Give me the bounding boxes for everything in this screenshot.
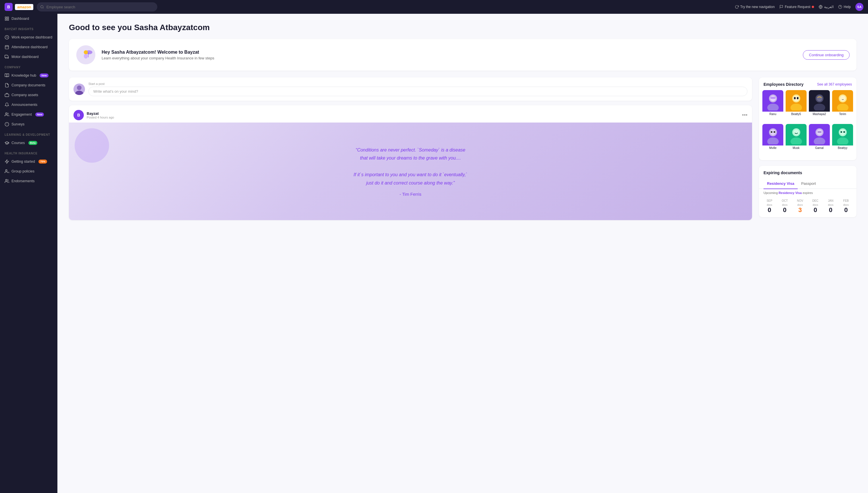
employee-card-beatty5[interactable]: Beatty5: [786, 90, 807, 122]
post-more-button[interactable]: •••: [742, 112, 747, 118]
help-action[interactable]: Help: [838, 5, 851, 9]
employee-card-beattyy[interactable]: Beattyy: [832, 124, 853, 155]
sidebar-item-announcements[interactable]: Announcements: [0, 100, 58, 110]
jan-count: 0: [824, 206, 838, 214]
announcements-icon: [5, 103, 9, 107]
sidebar-item-endorsements[interactable]: Endorsements: [0, 176, 58, 186]
svg-point-38: [794, 97, 796, 99]
svg-marker-20: [5, 159, 8, 163]
svg-point-18: [5, 113, 7, 114]
post-author-avatar: B: [73, 110, 84, 120]
post-card: B Bayzat Posted 4 hours ago ••• “Conditi…: [69, 105, 752, 220]
user-avatar[interactable]: SA: [855, 3, 863, 11]
sidebar-item-engagement[interactable]: Engagement New: [0, 110, 58, 120]
motor-icon: [5, 55, 9, 59]
sidebar-item-company-documents[interactable]: Company documents: [0, 80, 58, 90]
month-nov: NOV docs 3: [793, 199, 807, 214]
flag-icon: [779, 5, 783, 9]
assets-icon: [5, 93, 9, 97]
tab-passport[interactable]: Passport: [798, 178, 819, 189]
search-input[interactable]: [46, 5, 154, 9]
employees-card-title: Employees Directory: [763, 82, 803, 87]
welcome-banner: Hey Sasha Atbayzatcom! Welcome to Bayzat…: [69, 39, 856, 70]
sidebar-item-surveys[interactable]: Surveys: [0, 120, 58, 129]
employee-card-mashapa2[interactable]: Mashapa2: [809, 90, 830, 122]
employee-name-musk: Musk: [786, 146, 807, 151]
svg-rect-57: [818, 131, 822, 133]
svg-rect-11: [5, 46, 8, 49]
svg-rect-6: [5, 17, 6, 18]
employee-card-mville[interactable]: Mville: [762, 124, 783, 155]
svg-point-52: [790, 137, 802, 144]
composer-input[interactable]: Write what's on your mind?: [88, 87, 747, 96]
oct-count: 0: [778, 206, 792, 214]
attendance-icon: [5, 45, 9, 49]
svg-point-41: [814, 104, 825, 110]
svg-rect-34: [770, 97, 776, 99]
employee-name-terim: Terim: [832, 112, 853, 117]
welcome-subtext: Learn everything about your company Heal…: [102, 56, 803, 60]
help-icon: [838, 5, 842, 9]
sidebar-item-group-policies[interactable]: Group policies: [0, 167, 58, 176]
month-jan: JAN docs 0: [824, 199, 838, 214]
svg-rect-25: [88, 52, 89, 57]
post-meta: Bayzat Posted 4 hours ago: [87, 111, 739, 119]
employee-card-musk[interactable]: Musk: [786, 124, 807, 155]
sidebar-item-work-expense[interactable]: Work expense dashboard: [0, 33, 58, 42]
topbar-actions: Try the new navigation Feature Request ا…: [735, 3, 863, 11]
post-author-attribution: - Tim Ferris: [400, 192, 421, 197]
app-body: Dashboard BAYZAT INSIGHTS Work expense d…: [0, 14, 868, 493]
month-feb: FEB docs 0: [839, 199, 853, 214]
globe-icon: [819, 5, 823, 9]
month-sep: SEP docs 0: [762, 199, 777, 214]
employee-card-ranu[interactable]: Ranu: [762, 90, 783, 122]
sidebar-item-courses[interactable]: Courses Beta: [0, 138, 58, 148]
search-bar[interactable]: [37, 2, 157, 12]
section-label-bayzat-insights: BAYZAT INSIGHTS: [0, 23, 58, 33]
svg-point-55: [814, 137, 825, 144]
sidebar-item-dashboard[interactable]: Dashboard: [0, 14, 58, 23]
svg-rect-8: [5, 19, 6, 20]
nov-count: 3: [793, 206, 807, 214]
svg-point-62: [843, 131, 845, 133]
svg-point-59: [837, 137, 848, 144]
feature-request-action[interactable]: Feature Request: [779, 5, 814, 9]
employees-card-header: Employees Directory See all 367 employee…: [759, 78, 856, 90]
try-nav-action[interactable]: Try the new navigation: [735, 5, 775, 9]
getting-started-badge: 75%: [39, 159, 47, 164]
svg-point-45: [840, 95, 846, 101]
post-header: B Bayzat Posted 4 hours ago •••: [69, 105, 752, 123]
post-time: Posted 4 hours ago: [87, 116, 739, 119]
sidebar-item-company-assets[interactable]: Company assets: [0, 90, 58, 100]
svg-point-22: [5, 179, 7, 181]
sidebar-item-knowledge-hub[interactable]: Knowledge hub New: [0, 70, 58, 80]
svg-point-39: [797, 97, 799, 99]
expiry-note: Upcoming Residency Visa expires: [759, 189, 856, 196]
feed-column: Start a post Write what's on your mind? …: [69, 78, 752, 223]
see-all-employees-link[interactable]: See all 367 employees: [817, 82, 852, 86]
sidebar-item-attendance[interactable]: Attendance dashboard: [0, 42, 58, 52]
post-decoration: [75, 128, 109, 163]
continue-onboarding-button[interactable]: Continue onboarding: [803, 50, 850, 60]
topbar: B amazon Try the new navigation Feature …: [0, 0, 868, 14]
employee-card-terim[interactable]: Terim: [832, 90, 853, 122]
svg-point-50: [774, 131, 775, 133]
employee-card-gamal[interactable]: Gamal: [809, 124, 830, 155]
employee-name-ranu: Ranu: [762, 112, 783, 117]
sidebar-item-getting-started[interactable]: Getting started 75%: [0, 157, 58, 167]
search-icon: [40, 5, 44, 9]
surveys-icon: [5, 122, 9, 127]
getting-started-icon: [5, 159, 9, 164]
tab-residency-visa[interactable]: Residency Visa: [763, 178, 798, 189]
svg-point-53: [793, 129, 799, 135]
svg-point-16: [7, 57, 8, 58]
refresh-icon: [735, 5, 739, 9]
employees-directory-card: Employees Directory See all 367 employee…: [759, 78, 856, 160]
dec-count: 0: [808, 206, 822, 214]
expiring-docs-header: Expiring documents: [759, 166, 856, 178]
language-action[interactable]: العربية: [819, 5, 833, 9]
sidebar: Dashboard BAYZAT INSIGHTS Work expense d…: [0, 14, 58, 493]
sidebar-item-motor[interactable]: Motor dashboard: [0, 52, 58, 62]
notification-dot: [812, 6, 814, 8]
engagement-badge: New: [35, 112, 44, 116]
